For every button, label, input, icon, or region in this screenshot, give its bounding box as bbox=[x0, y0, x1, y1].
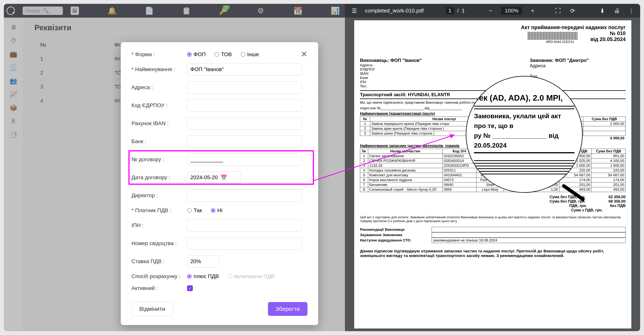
hamburger-icon[interactable]: ☰ bbox=[350, 7, 358, 14]
barcode bbox=[528, 32, 578, 40]
contract-no-label: № договору : bbox=[132, 156, 187, 162]
name-input[interactable] bbox=[187, 63, 302, 76]
bank-label: Банк : bbox=[132, 138, 187, 144]
close-icon[interactable]: ✕ bbox=[301, 50, 308, 59]
cert-input[interactable] bbox=[187, 237, 302, 250]
zoom-in-icon[interactable]: + bbox=[529, 7, 536, 14]
requisite-modal: ✕ *Форма : ФОП ТОВ Інше *Найменування : … bbox=[121, 42, 318, 325]
radio-plus-vat[interactable]: плюс ПДВ bbox=[187, 273, 219, 280]
active-checkbox[interactable]: ✓ bbox=[187, 285, 193, 291]
director-label: Директор : bbox=[132, 192, 187, 198]
calc-label: Спосіб розрахунку : bbox=[132, 273, 187, 280]
vat-rate-input[interactable]: 20% bbox=[187, 255, 220, 268]
iban-label: Рахунок IBAN : bbox=[132, 120, 187, 126]
act-number: № 010 bbox=[360, 30, 626, 36]
director-input[interactable] bbox=[187, 189, 302, 202]
form-label: Форма : bbox=[135, 51, 155, 57]
edrpou-input[interactable] bbox=[187, 99, 302, 112]
rotate-icon[interactable]: ⟳ bbox=[569, 7, 576, 14]
page-total: 1 bbox=[462, 8, 465, 14]
contract-no-input[interactable] bbox=[187, 153, 302, 166]
fit-page-icon[interactable]: ⛶ bbox=[554, 7, 562, 14]
name-label: Найменування : bbox=[135, 66, 175, 72]
pdf-toolbar: ☰ completed_work-010.pdf 1 / 1 − 100% + … bbox=[346, 4, 640, 18]
zoom-value[interactable]: 100% bbox=[501, 7, 522, 14]
contract-date-input[interactable]: 2024-05-20📅 bbox=[187, 171, 241, 184]
page-current[interactable]: 1 bbox=[446, 7, 454, 14]
contract-date-label: Дата договору : bbox=[132, 174, 187, 180]
act-title: Акт приймання-передачі наданих послуг bbox=[360, 24, 626, 30]
save-button[interactable]: Зберегти bbox=[268, 302, 308, 316]
magnifier: бек (AD, ADA), 2.0 MPI, Замовника, уклал… bbox=[466, 76, 583, 193]
download-icon[interactable]: ⬇ bbox=[598, 7, 606, 14]
iban-input[interactable] bbox=[187, 117, 302, 130]
radio-other[interactable]: Інше bbox=[241, 51, 259, 58]
more-icon[interactable]: ⋮ bbox=[628, 7, 635, 14]
ipn-input[interactable] bbox=[187, 219, 302, 232]
active-label: Активний : bbox=[132, 285, 187, 291]
pdf-filename: completed_work-010.pdf bbox=[365, 8, 424, 14]
act-date: від 20.05.2024 bbox=[360, 36, 626, 42]
edrpou-label: Код ЄДРПОУ : bbox=[132, 102, 187, 108]
cert-label: Номер свідоцтва : bbox=[132, 240, 187, 246]
address-input[interactable] bbox=[187, 81, 302, 94]
calendar-icon: 📅 bbox=[220, 174, 227, 181]
zoom-out-icon[interactable]: − bbox=[487, 7, 494, 14]
vat-payer-label: Платник ПДВ : bbox=[135, 207, 171, 213]
vat-rate-label: Ставка ПДВ : bbox=[132, 258, 187, 264]
radio-vat-no[interactable]: Ні bbox=[211, 207, 222, 214]
address-label: Адреса : bbox=[132, 84, 187, 90]
radio-tov[interactable]: ТОВ bbox=[214, 51, 232, 58]
barcode-text: MRD-9444-1532214 bbox=[546, 40, 574, 44]
cancel-button[interactable]: Відмінити bbox=[132, 302, 173, 316]
note: Цей акт є підставою для оплати. Замовник… bbox=[360, 216, 626, 223]
bank-input[interactable] bbox=[187, 135, 302, 148]
radio-incl-vat: включаючи ПДВ bbox=[228, 273, 274, 280]
print-icon[interactable]: 🖨 bbox=[613, 7, 620, 14]
totals: Сума без ПДВ, грн.62 356,00 Сума без ПДВ… bbox=[360, 195, 626, 212]
radio-fop[interactable]: ФОП bbox=[187, 51, 206, 58]
radio-vat-yes[interactable]: Так bbox=[187, 207, 202, 214]
ipn-label: ІПН : bbox=[132, 222, 187, 228]
confirm-text: Даним підписом підтверджую отримання зап… bbox=[360, 249, 626, 258]
